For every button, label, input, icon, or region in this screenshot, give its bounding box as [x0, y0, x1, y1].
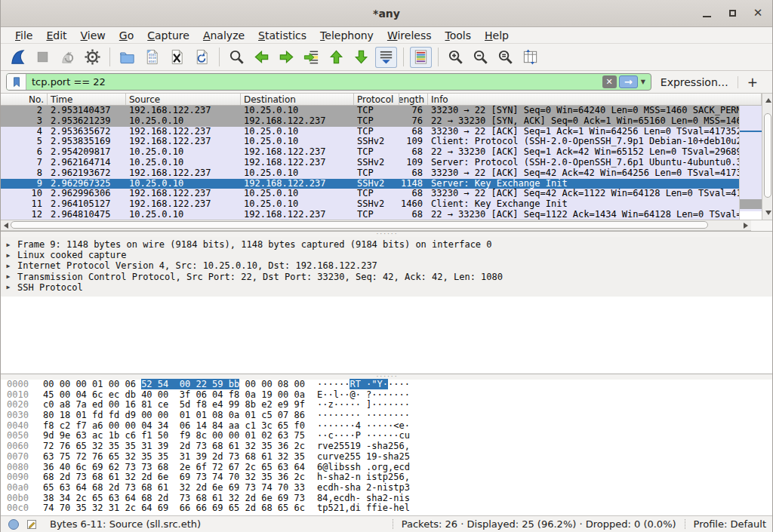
filter-bookmark-button[interactable] — [7, 74, 26, 90]
column-header-source[interactable]: Source — [126, 94, 241, 105]
minimize-button[interactable] — [698, 5, 715, 22]
menu-item-go[interactable]: Go — [112, 29, 140, 42]
capture-options-button[interactable] — [82, 47, 103, 68]
expander-arrow-icon[interactable]: ▶ — [1, 273, 11, 280]
packet-row-12[interactable]: 122.96481047510.25.0.10192.168.122.237TC… — [1, 210, 739, 220]
capture-comment-icon[interactable] — [26, 518, 38, 530]
packet-row-2[interactable]: 22.953140437192.168.122.23710.25.0.10TCP… — [1, 106, 739, 116]
menu-item-analyze[interactable]: Analyze — [196, 29, 251, 42]
expert-info-icon[interactable] — [8, 519, 19, 530]
column-header-time[interactable]: Time — [48, 94, 126, 105]
find-packet-button[interactable] — [226, 47, 248, 68]
start-capture-button[interactable] — [7, 47, 29, 68]
packet-minimap-scrollbar[interactable] — [739, 106, 762, 220]
hex-row-0050[interactable]: 00509d 9e 63 ac 1b c6 f1 50 f9 8c 00 00 … — [1, 431, 773, 441]
column-header-destination[interactable]: Destination — [241, 94, 354, 105]
column-header-info[interactable]: Info — [428, 94, 762, 105]
packet-row-10[interactable]: 102.962996306192.168.122.23710.25.0.10TC… — [1, 189, 739, 199]
menu-item-capture[interactable]: Capture — [140, 29, 196, 42]
go-back-button[interactable] — [251, 47, 273, 68]
hex-row-0070[interactable]: 007063 75 72 76 65 32 35 35 31 39 2d 73 … — [1, 452, 773, 463]
go-to-packet-button[interactable] — [300, 47, 322, 68]
menu-item-tools[interactable]: Tools — [439, 29, 479, 42]
column-header-length[interactable]: Length — [399, 94, 428, 105]
scroll-down-arrow-icon[interactable] — [765, 211, 771, 215]
expander-arrow-icon[interactable]: ▶ — [1, 252, 11, 259]
filter-dropdown-caret[interactable]: ▼ — [641, 78, 645, 85]
hex-row-0080[interactable]: 008036 40 6c 69 62 73 73 68 2e 6f 72 67 … — [1, 463, 773, 473]
menu-item-statistics[interactable]: Statistics — [251, 29, 313, 42]
detail-row[interactable]: ▶Internet Protocol Version 4, Src: 10.25… — [1, 260, 773, 271]
hex-rows[interactable]: 000000 00 00 01 00 06 52 54 00 22 59 bb … — [1, 380, 773, 514]
packet-row-6[interactable]: 62.95420981710.25.0.10192.168.122.237TCP… — [1, 147, 739, 158]
menu-item-view[interactable]: View — [74, 29, 112, 42]
packet-row-8[interactable]: 82.962193672192.168.122.23710.25.0.10TCP… — [1, 168, 739, 179]
pane-splitter[interactable]: ······ — [1, 232, 773, 237]
packet-row-7[interactable]: 72.96216471410.25.0.10192.168.122.237SSH… — [1, 158, 739, 168]
filter-input[interactable] — [26, 76, 602, 88]
hex-row-0090[interactable]: 009068 2d 73 68 61 32 2d 6e 69 73 74 70 … — [1, 472, 773, 483]
detail-row[interactable]: ▶Frame 9: 1148 bytes on wire (9184 bits)… — [1, 239, 773, 250]
hex-row-00a0[interactable]: 00a065 63 64 68 2d 73 68 61 32 2d 6e 69 … — [1, 483, 773, 494]
go-first-packet-button[interactable] — [325, 47, 347, 68]
packet-list-hscrollbar[interactable] — [1, 220, 751, 231]
scroll-left-arrow-icon[interactable] — [4, 223, 8, 229]
display-filter-field[interactable]: ✕ → ▼ — [6, 73, 651, 91]
expression-button[interactable]: Expression… — [651, 76, 738, 88]
maximize-button[interactable] — [724, 5, 741, 22]
detail-row[interactable]: ▶Transmission Control Protocol, Src Port… — [1, 272, 773, 282]
hex-row-0000[interactable]: 000000 00 00 01 00 06 52 54 00 22 59 bb … — [1, 380, 773, 390]
resize-columns-button[interactable] — [519, 47, 541, 68]
filter-clear-button[interactable]: ✕ — [602, 75, 617, 88]
menu-item-file[interactable]: File — [8, 29, 39, 42]
menu-bar: FileEditViewGoCaptureAnalyzeStatisticsTe… — [1, 27, 772, 44]
hex-row-0010[interactable]: 001045 00 04 6c ec db 40 00 3f 06 04 f8 … — [1, 390, 773, 401]
packet-row-3[interactable]: 32.95362123910.25.0.10192.168.122.237TCP… — [1, 116, 739, 127]
scroll-up-arrow-icon[interactable] — [765, 98, 771, 103]
open-file-button[interactable] — [116, 47, 138, 68]
packet-row-9[interactable]: 92.96296732510.25.0.10192.168.122.237SSH… — [1, 179, 739, 189]
packet-list-vscrollbar[interactable] — [762, 94, 773, 220]
reload-file-button[interactable] — [191, 47, 213, 68]
profile-text[interactable]: Profile: Default — [694, 518, 766, 530]
packet-row-4[interactable]: 42.953635672192.168.122.23710.25.0.10TCP… — [1, 127, 739, 137]
menu-item-edit[interactable]: Edit — [39, 29, 73, 42]
cell-no: 9 — [1, 179, 48, 189]
expander-arrow-icon[interactable]: ▶ — [1, 263, 11, 269]
hex-row-0030[interactable]: 003080 18 01 fd fd d9 00 00 01 01 08 0a … — [1, 411, 773, 421]
save-file-button[interactable]: 010101100101 — [141, 47, 163, 68]
zoom-original-button[interactable] — [494, 47, 516, 68]
hex-row-00b0[interactable]: 00b038 34 2c 65 63 64 68 2d 73 68 61 32 … — [1, 494, 773, 504]
filter-apply-button[interactable]: → — [619, 75, 638, 88]
scroll-right-arrow-icon[interactable] — [744, 223, 748, 229]
detail-row[interactable]: ▶Linux cooked capture — [1, 250, 773, 260]
expander-arrow-icon[interactable]: ▶ — [1, 284, 11, 291]
hex-row-0040[interactable]: 0040f8 c2 f7 a6 00 00 04 34 06 14 84 aa … — [1, 421, 773, 432]
go-last-packet-button[interactable] — [350, 47, 372, 68]
cell-no: 10 — [1, 189, 48, 199]
packet-list-body[interactable]: 22.953140437192.168.122.23710.25.0.10TCP… — [1, 106, 739, 220]
close-button[interactable]: ✕ — [750, 5, 766, 22]
packet-row-5[interactable]: 52.953835169192.168.122.23710.25.0.10SSH… — [1, 137, 739, 147]
column-header-protocol[interactable]: Protocol — [354, 94, 399, 105]
packet-row-11[interactable]: 112.964105127192.168.122.23710.25.0.10SS… — [1, 199, 739, 210]
menu-item-wireless[interactable]: Wireless — [380, 29, 439, 42]
hex-row-00c0[interactable]: 00c074 70 35 32 31 2c 64 69 66 66 69 65 … — [1, 503, 773, 514]
detail-row[interactable]: ▶SSH Protocol — [1, 282, 773, 293]
zoom-out-button[interactable] — [470, 47, 491, 68]
vscrollbar-thumb[interactable] — [764, 113, 771, 198]
menu-item-telephony[interactable]: Telephony — [313, 29, 380, 42]
hex-row-0020[interactable]: 0020c0 a8 7a ed 00 16 81 ce 5d f8 e4 99 … — [1, 400, 773, 411]
go-forward-button[interactable] — [276, 47, 297, 68]
add-filter-button[interactable]: + — [738, 75, 767, 90]
auto-scroll-button[interactable] — [375, 47, 397, 68]
expander-arrow-icon[interactable]: ▶ — [1, 241, 11, 248]
cell-protocol: TCP — [354, 116, 399, 127]
column-header-no[interactable]: No. — [1, 94, 48, 105]
hex-row-0060[interactable]: 006072 76 65 32 35 35 31 39 2d 73 68 61 … — [1, 441, 773, 452]
colorize-packets-button[interactable] — [410, 47, 432, 68]
zoom-in-button[interactable] — [445, 47, 467, 68]
menu-item-help[interactable]: Help — [478, 29, 516, 42]
close-file-button[interactable] — [166, 47, 188, 68]
hscrollbar-thumb[interactable] — [11, 221, 708, 229]
